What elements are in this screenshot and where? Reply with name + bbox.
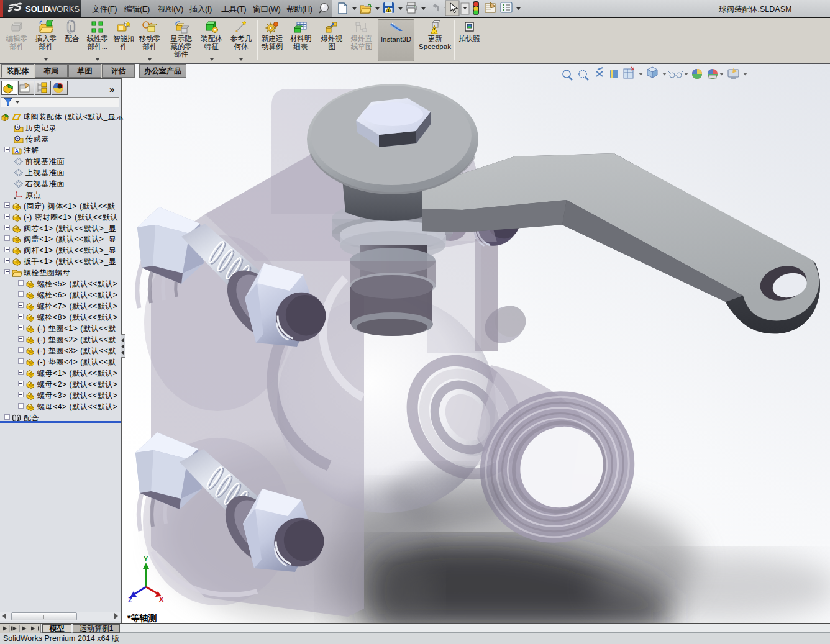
svg-text:!: ! [388,7,390,13]
svg-text:X: X [159,596,164,603]
svg-text:A: A [15,148,19,154]
svg-text:SOLID: SOLID [25,4,50,14]
svg-text:WORKS: WORKS [49,4,80,14]
svg-text:*等轴测: *等轴测 [127,613,157,623]
svg-text:Z: Z [128,596,132,604]
svg-text:Y: Y [144,555,148,563]
